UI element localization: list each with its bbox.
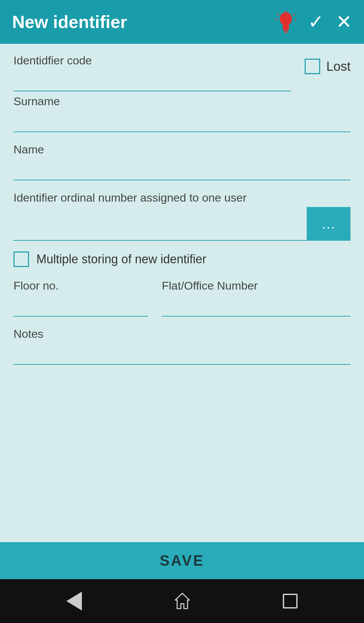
flat-label: Flat/Office Number <box>162 279 351 292</box>
header-actions: ✓ ✕ <box>276 10 352 34</box>
name-input[interactable] <box>13 159 351 180</box>
ordinal-row: Identifier ordinal number assigned to on… <box>13 191 351 241</box>
name-label: Name <box>13 143 351 156</box>
svg-line-6 <box>277 14 278 16</box>
notes-input[interactable] <box>13 343 351 365</box>
back-button[interactable] <box>66 592 82 611</box>
lost-label: Lost <box>326 59 351 74</box>
surname-input[interactable] <box>13 111 351 132</box>
identifier-code-row: Identidfier code Lost <box>13 54 351 91</box>
floor-section: Floor no. <box>13 279 148 317</box>
bulb-icon <box>276 10 296 34</box>
floor-label: Floor no. <box>13 279 148 292</box>
flat-section: Flat/Office Number <box>162 279 351 317</box>
surname-label: Surname <box>13 95 351 108</box>
page-title: New identifier <box>12 12 127 32</box>
flat-input[interactable] <box>162 295 351 317</box>
save-label: SAVE <box>160 552 205 569</box>
browse-icon: ... <box>322 216 335 232</box>
ordinal-input[interactable] <box>13 219 307 241</box>
home-button[interactable] <box>174 593 191 610</box>
multiple-storing-checkbox[interactable] <box>13 251 29 267</box>
multiple-storing-label: Multiple storing of new identifier <box>36 252 206 266</box>
notes-label: Notes <box>13 327 351 340</box>
identifier-code-label: Identidfier code <box>13 54 291 67</box>
notes-row: Notes <box>13 327 351 365</box>
lost-section: Lost <box>305 59 351 74</box>
identifier-code-section: Identidfier code <box>13 54 291 91</box>
home-icon <box>174 593 191 610</box>
ordinal-label: Identifier ordinal number assigned to on… <box>13 191 351 204</box>
floor-flat-row: Floor no. Flat/Office Number <box>13 279 351 317</box>
recents-icon <box>283 594 298 609</box>
close-icon: ✕ <box>336 12 352 31</box>
name-row: Name <box>13 143 351 180</box>
nav-bar <box>0 579 364 623</box>
lost-checkbox[interactable] <box>305 59 320 74</box>
bulb-button[interactable] <box>276 10 296 34</box>
svg-line-7 <box>293 14 295 16</box>
browse-button[interactable]: ... <box>307 207 351 241</box>
identifier-code-input[interactable] <box>13 70 291 91</box>
floor-input[interactable] <box>13 295 148 317</box>
close-button[interactable]: ✕ <box>336 12 352 31</box>
recents-button[interactable] <box>283 594 298 609</box>
back-icon <box>66 592 82 611</box>
multiple-storing-row: Multiple storing of new identifier <box>13 251 351 267</box>
svg-marker-11 <box>175 593 189 609</box>
save-button[interactable]: SAVE <box>0 542 364 579</box>
ordinal-input-row: ... <box>13 207 351 241</box>
main-content: Identidfier code Lost Surname Name Ident… <box>0 44 364 542</box>
app-header: New identifier ✓ <box>0 0 364 44</box>
confirm-button[interactable]: ✓ <box>308 12 324 31</box>
surname-row: Surname <box>13 95 351 132</box>
check-icon: ✓ <box>308 12 324 31</box>
